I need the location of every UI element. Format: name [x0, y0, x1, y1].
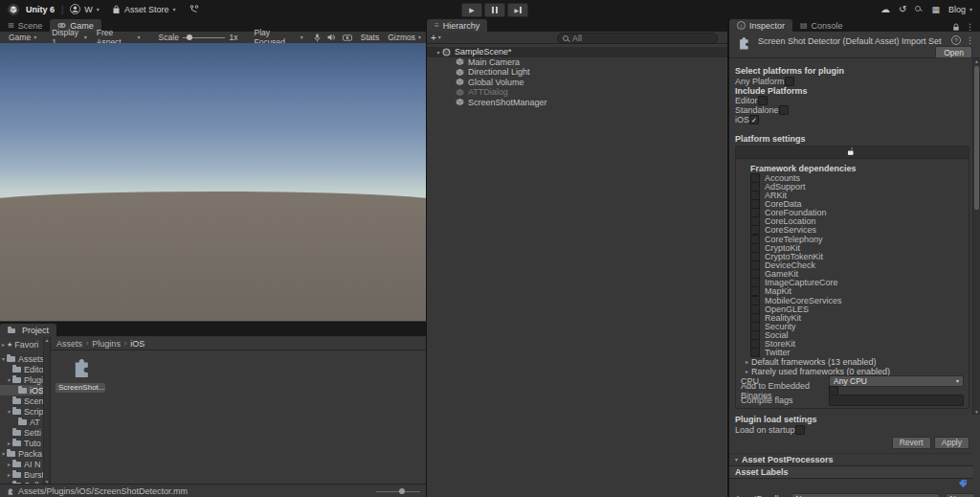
tab-scene[interactable]: ⊞ Scene: [0, 19, 50, 32]
tile-size-slider[interactable]: [376, 491, 420, 492]
project-tree-scrollbar[interactable]: ▲ ▼: [43, 337, 50, 485]
kebab-menu-icon[interactable]: ⋮: [966, 22, 974, 32]
account-label: W: [84, 5, 93, 14]
create-object-button[interactable]: +: [431, 33, 436, 43]
game-mode-dropdown[interactable]: Game ▾: [4, 32, 41, 43]
platform-row: iOS✓: [735, 115, 969, 124]
tile-size-slider-handle[interactable]: [399, 488, 405, 494]
load-on-startup-checkbox[interactable]: [795, 425, 805, 435]
blog-menu[interactable]: Blog ▾: [948, 5, 972, 14]
hierarchy-tabrow: ≡ Hierarchy: [427, 18, 727, 32]
aspect-dropdown[interactable]: Free Aspect ▾: [92, 32, 145, 43]
chevron-down-icon[interactable]: ▾: [438, 34, 441, 40]
chevron-right-icon: ▸: [6, 440, 12, 446]
chevron-right-icon: ▸: [0, 341, 7, 348]
inspector-scrollbar[interactable]: ▲ ▼: [972, 58, 980, 415]
platform-checkbox[interactable]: [758, 96, 768, 105]
load-on-startup-row: Load on startup: [735, 425, 969, 435]
search-icon[interactable]: [915, 6, 923, 13]
microphone-icon[interactable]: [314, 34, 321, 42]
cloud-icon[interactable]: ☁: [880, 4, 890, 14]
platform-tab-ios[interactable]: [736, 147, 969, 159]
project-tree-label: Packa: [18, 449, 42, 459]
scroll-down-icon[interactable]: ▼: [974, 409, 979, 415]
history-icon[interactable]: ↺: [899, 4, 906, 14]
play-focused-dropdown[interactable]: Play Focused ▾: [249, 32, 307, 43]
play-controls: ▶ ▶: [461, 3, 528, 17]
hierarchy-item[interactable]: Main Camera: [427, 57, 727, 68]
inspector-tab-icon: i: [737, 21, 746, 30]
hierarchy-item[interactable]: ATTDialog: [427, 87, 727, 98]
tab-console[interactable]: ▤ Console: [792, 19, 851, 32]
title-bar: Unity 6 | W ▾ Asset Store ▾ ▶ ▶ ☁ ↺ ▦: [0, 0, 980, 18]
asset-tile-screenshotdetector[interactable]: ScreenShot...: [58, 356, 102, 393]
compile-flags-input[interactable]: [829, 395, 964, 406]
label-tag-icon[interactable]: [958, 479, 968, 488]
step-button[interactable]: ▶: [507, 3, 528, 17]
star-icon: ★: [7, 341, 12, 349]
scroll-up-icon[interactable]: ▲: [45, 337, 50, 343]
hierarchy-item[interactable]: ScreenShotManager: [427, 98, 727, 108]
pause-button[interactable]: [484, 3, 505, 17]
project-tree-label: Scrip: [24, 407, 44, 417]
account-menu[interactable]: W ▾: [70, 4, 100, 14]
breadcrumb: Assets›Plugins›iOS: [51, 337, 426, 350]
video-icon[interactable]: [343, 34, 352, 41]
folder-icon: [12, 398, 21, 404]
breadcrumb-item[interactable]: Assets: [56, 339, 82, 349]
hierarchy-toolbar: + ▾ All: [427, 32, 727, 44]
scale-slider-handle[interactable]: [187, 34, 192, 40]
apple-icon: [848, 147, 857, 157]
platform-label: Standalone: [735, 105, 779, 115]
platform-checkbox[interactable]: [779, 105, 789, 115]
version-control-icon[interactable]: [189, 5, 199, 14]
help-icon[interactable]: ?: [951, 35, 961, 45]
gizmos-dropdown[interactable]: Gizmos ▾: [383, 32, 426, 43]
hierarchy-item[interactable]: Directional Light: [427, 67, 727, 78]
platform-checkbox[interactable]: ✓: [749, 115, 759, 124]
chevron-right-icon: ▸: [746, 358, 748, 365]
assetbundle-variant-dropdown[interactable]: None ▾: [946, 493, 973, 497]
kebab-menu-icon[interactable]: ⋮: [966, 35, 974, 45]
stats-button[interactable]: Stats: [361, 33, 379, 42]
layout-icon[interactable]: ▦: [931, 5, 940, 14]
hierarchy-item[interactable]: Global Volume: [427, 78, 727, 88]
platform-checkbox-cell: [758, 96, 893, 105]
breadcrumb-item[interactable]: Plugins: [92, 339, 121, 349]
platform-checkbox-cell: [779, 105, 914, 115]
game-viewport[interactable]: [0, 43, 426, 321]
plugin-file-icon: [68, 356, 93, 381]
any-platform-checkbox[interactable]: [785, 77, 794, 86]
open-button[interactable]: Open: [935, 46, 972, 58]
scrollbar-thumb[interactable]: [974, 66, 979, 210]
framework-checkbox[interactable]: [750, 286, 760, 296]
chevron-down-icon: ▾: [6, 408, 12, 415]
scroll-up-icon[interactable]: ▲: [974, 58, 979, 64]
framework-checkbox[interactable]: [750, 348, 760, 357]
gameobject-icon: [456, 98, 464, 106]
tab-hierarchy[interactable]: ≡ Hierarchy: [427, 19, 487, 32]
hierarchy-item[interactable]: ▾SampleScene*: [427, 47, 727, 57]
lock-icon[interactable]: [952, 23, 960, 32]
asset-store-menu[interactable]: Asset Store ▾: [112, 5, 176, 14]
asset-postprocessors-foldout[interactable]: ▾ Asset PostProcessors: [729, 453, 973, 465]
chevron-down-icon: ▾: [301, 34, 303, 40]
scale-slider[interactable]: [183, 37, 226, 38]
project-tabrow: Project: [0, 323, 426, 336]
project-tree-label: Tuto: [24, 439, 41, 448]
tab-project[interactable]: Project: [0, 324, 56, 336]
hierarchy-item-label: Directional Light: [468, 67, 530, 77]
inspector-panel: i Inspector ▤ Console ⋮ Screen Shot Dete…: [729, 18, 980, 497]
project-content-grid[interactable]: ScreenShot...: [51, 350, 426, 485]
framework-checkbox[interactable]: [750, 225, 760, 235]
revert-button[interactable]: Revert: [892, 437, 931, 449]
breadcrumb-item[interactable]: iOS: [130, 339, 145, 349]
apply-button[interactable]: Apply: [934, 437, 969, 449]
display-dropdown[interactable]: Display 1 ▾: [47, 32, 92, 43]
default-frameworks-foldout[interactable]: ▸ Default frameworks (13 enabled): [736, 357, 969, 367]
play-button[interactable]: ▶: [461, 3, 482, 17]
speaker-icon[interactable]: [327, 34, 336, 41]
tab-inspector[interactable]: i Inspector: [729, 19, 792, 32]
hierarchy-search-input[interactable]: All: [557, 33, 718, 44]
assetbundle-dropdown[interactable]: None ▾: [791, 493, 940, 497]
